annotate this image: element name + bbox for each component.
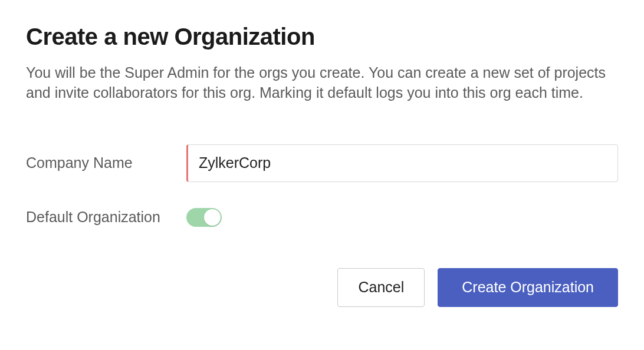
company-name-label: Company Name (26, 154, 186, 171)
toggle-knob (204, 209, 221, 226)
default-org-label: Default Organization (26, 209, 186, 226)
dialog-title: Create a new Organization (26, 24, 618, 50)
cancel-button[interactable]: Cancel (337, 268, 425, 307)
create-org-dialog: Create a new Organization You will be th… (0, 0, 644, 321)
create-organization-button[interactable]: Create Organization (438, 268, 618, 307)
company-name-row: Company Name (26, 144, 618, 182)
default-org-row: Default Organization (26, 208, 618, 227)
button-row: Cancel Create Organization (26, 268, 618, 307)
dialog-description: You will be the Super Admin for the orgs… (26, 63, 616, 103)
company-name-input[interactable] (186, 144, 618, 182)
default-org-toggle[interactable] (186, 208, 222, 227)
